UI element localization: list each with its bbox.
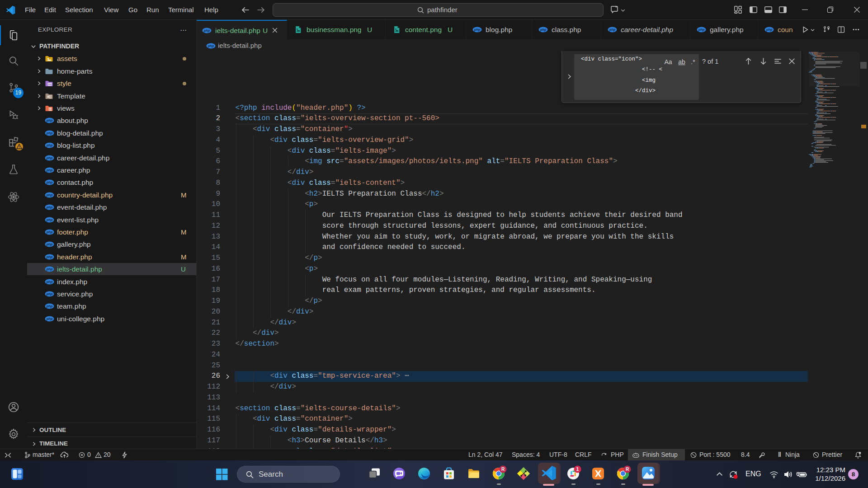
svg-text:php: php: [46, 267, 53, 271]
svg-text:php: php: [46, 156, 53, 160]
svg-text:php: php: [46, 143, 53, 147]
svg-text:php: php: [46, 119, 53, 123]
svg-text:php: php: [208, 44, 214, 48]
svg-text:php: php: [203, 28, 210, 33]
svg-text:php: php: [46, 243, 53, 247]
svg-text:php: php: [46, 131, 53, 135]
svg-text:php: php: [698, 28, 705, 32]
svg-text:php: php: [46, 230, 53, 234]
svg-text:php: php: [46, 168, 53, 172]
svg-text:php: php: [46, 218, 53, 222]
svg-text:php: php: [609, 28, 616, 32]
svg-text:php: php: [46, 317, 53, 321]
svg-text:php: php: [46, 193, 53, 197]
svg-text:php: php: [46, 280, 53, 284]
svg-text:php: php: [46, 255, 53, 259]
svg-text:php: php: [540, 28, 547, 32]
svg-text:R: R: [501, 467, 505, 472]
svg-text:1: 1: [576, 466, 579, 472]
svg-text:php: php: [46, 181, 53, 185]
svg-text:php: php: [46, 205, 53, 209]
svg-text:php: php: [766, 28, 773, 32]
svg-text:php: php: [474, 28, 481, 32]
svg-text:css: css: [48, 83, 52, 85]
svg-text:php: php: [46, 305, 53, 309]
svg-text:R: R: [626, 467, 629, 472]
svg-text:php: php: [46, 292, 53, 296]
